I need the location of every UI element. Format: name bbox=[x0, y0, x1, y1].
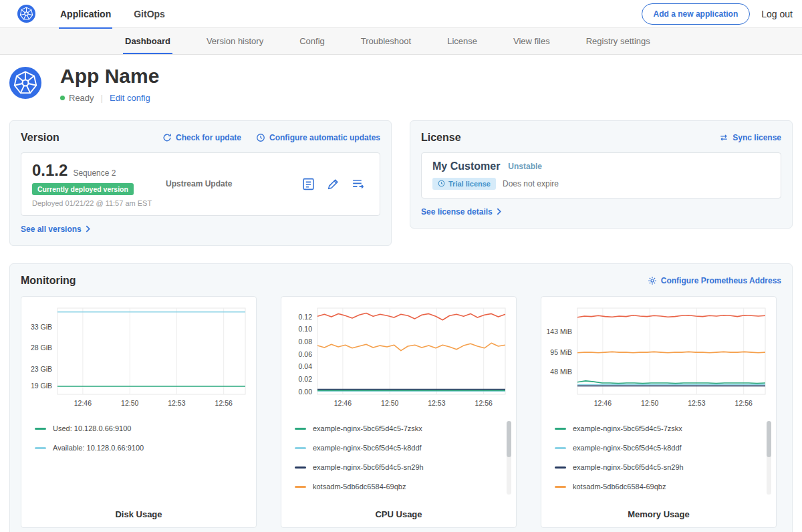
legend-item: kotsadm-5db6dc6584-69qbz bbox=[295, 477, 512, 497]
license-expiry-label: Does not expire bbox=[503, 179, 559, 188]
clock-icon bbox=[438, 180, 445, 187]
legend-label: Available: 10.128.0.66:9100 bbox=[53, 444, 144, 452]
logout-link[interactable]: Log out bbox=[761, 9, 793, 19]
legend-label: kotsadm-5db6dc6584-69qbz bbox=[313, 483, 406, 491]
app-kubernetes-icon bbox=[9, 67, 41, 99]
legend-color-dash-icon bbox=[35, 447, 46, 449]
see-all-versions-label: See all versions bbox=[21, 225, 82, 234]
legend-item: example-nginx-5bc6f5d4c5-sn29h bbox=[295, 458, 512, 477]
svg-text:33 GiB: 33 GiB bbox=[31, 322, 52, 330]
deploy-logs-icon[interactable] bbox=[351, 177, 365, 191]
monitoring-card: Monitoring Configure Prometheus Address … bbox=[9, 263, 793, 532]
cpu-usage-plot: 12:4612:5012:5312:560.120.100.080.060.04… bbox=[285, 303, 512, 410]
svg-text:12:50: 12:50 bbox=[121, 399, 138, 407]
tab-dashboard[interactable]: Dashboard bbox=[107, 28, 188, 54]
release-notes-icon[interactable] bbox=[301, 177, 315, 191]
svg-text:0.04: 0.04 bbox=[299, 362, 313, 370]
sync-license-link[interactable]: Sync license bbox=[719, 133, 781, 142]
version-card: Version Check for update Configure autom… bbox=[9, 120, 392, 246]
deployed-timestamp: Deployed 01/21/22 @ 11:57 am EST bbox=[32, 199, 166, 207]
trial-license-label: Trial license bbox=[448, 180, 491, 188]
tab-license[interactable]: License bbox=[429, 28, 495, 54]
legend-item: example-nginx-5bc6f5d4c5-sn29h bbox=[555, 458, 772, 477]
svg-text:0.10: 0.10 bbox=[299, 325, 313, 333]
svg-text:12:53: 12:53 bbox=[168, 399, 185, 407]
configure-automatic-updates-link[interactable]: Configure automatic updates bbox=[256, 133, 380, 142]
legend-scrollbar-thumb[interactable] bbox=[767, 421, 771, 457]
kots-admin-console: Application GitOps Add a new application… bbox=[0, 0, 802, 532]
memory-usage-legend: example-nginx-5bc6f5d4c5-7zskxexample-ng… bbox=[545, 419, 772, 497]
page-title: App Name bbox=[60, 65, 159, 88]
version-number: 0.1.2 bbox=[32, 161, 68, 180]
legend-item: example-nginx-5bc6f5d4c5-k8ddf bbox=[555, 438, 772, 458]
upstream-update-label: Upstream Update bbox=[166, 179, 301, 188]
legend-scrollbar[interactable] bbox=[507, 421, 511, 495]
chevron-right-icon bbox=[497, 208, 501, 215]
currently-deployed-badge: Currently deployed version bbox=[32, 183, 134, 195]
refresh-icon bbox=[162, 133, 172, 142]
chevron-right-icon bbox=[86, 225, 90, 233]
see-all-versions-link[interactable]: See all versions bbox=[21, 225, 90, 234]
chart-plot-svg: 12:4612:5012:5312:56143 MiB95 MiB48 MiB bbox=[545, 303, 772, 410]
disk-usage-chart: 12:4612:5012:5312:5633 GiB28 GiB23 GiB19… bbox=[21, 296, 257, 528]
svg-text:12:46: 12:46 bbox=[594, 399, 612, 407]
svg-text:28 GiB: 28 GiB bbox=[31, 344, 52, 352]
tab-view-files[interactable]: View files bbox=[495, 28, 568, 54]
license-channel-label: Unstable bbox=[508, 162, 542, 171]
legend-scrollbar[interactable] bbox=[767, 421, 771, 495]
add-new-application-button[interactable]: Add a new application bbox=[642, 3, 751, 25]
disk-usage-legend: Used: 10.128.0.66:9100Available: 10.128.… bbox=[25, 419, 252, 458]
configure-prometheus-label: Configure Prometheus Address bbox=[661, 276, 781, 285]
legend-item: example-nginx-5bc6f5d4c5-7zskx bbox=[295, 419, 512, 438]
sequence-label: Sequence 2 bbox=[73, 168, 116, 178]
edit-config-values-icon[interactable] bbox=[326, 177, 340, 191]
legend-color-dash-icon bbox=[295, 486, 306, 488]
legend-label: example-nginx-5bc6f5d4c5-7zskx bbox=[313, 424, 422, 432]
current-version-panel: 0.1.2 Sequence 2 Currently deployed vers… bbox=[21, 152, 380, 216]
license-card: License Sync license My Customer Unstabl… bbox=[410, 120, 793, 229]
memory-usage-chart: 12:4612:5012:5312:56143 MiB95 MiB48 MiB … bbox=[541, 296, 777, 528]
charts-row: 12:4612:5012:5312:5633 GiB28 GiB23 GiB19… bbox=[21, 296, 781, 528]
legend-label: example-nginx-5bc6f5d4c5-sn29h bbox=[573, 463, 684, 471]
legend-color-dash-icon bbox=[555, 447, 566, 449]
svg-text:12:46: 12:46 bbox=[334, 399, 352, 407]
edit-config-link[interactable]: Edit config bbox=[110, 93, 150, 103]
configure-prometheus-link[interactable]: Configure Prometheus Address bbox=[648, 276, 781, 285]
legend-color-dash-icon bbox=[555, 428, 566, 430]
gear-icon bbox=[648, 276, 657, 285]
tab-registry-settings[interactable]: Registry settings bbox=[568, 28, 668, 54]
legend-color-dash-icon bbox=[555, 467, 566, 469]
customer-name: My Customer bbox=[432, 160, 500, 172]
cards-row: Version Check for update Configure autom… bbox=[0, 120, 802, 246]
legend-item: Available: 10.128.0.66:9100 bbox=[35, 438, 252, 458]
chart-plot-svg: 12:4612:5012:5312:560.120.100.080.060.04… bbox=[285, 303, 512, 410]
clock-refresh-icon bbox=[256, 133, 265, 142]
top-tab-application[interactable]: Application bbox=[59, 0, 112, 28]
svg-text:0.08: 0.08 bbox=[299, 338, 313, 346]
memory-usage-plot: 12:4612:5012:5312:56143 MiB95 MiB48 MiB bbox=[545, 303, 772, 410]
tab-version-history[interactable]: Version history bbox=[188, 28, 281, 54]
monitoring-card-head: Monitoring Configure Prometheus Address bbox=[21, 275, 781, 287]
legend-scrollbar-thumb[interactable] bbox=[507, 421, 511, 457]
license-card-head: License Sync license bbox=[421, 132, 781, 144]
svg-text:95 MiB: 95 MiB bbox=[550, 348, 572, 356]
version-action-icons bbox=[301, 177, 369, 191]
legend-item: kotsadm-5db6dc6584-69qbz bbox=[555, 477, 772, 497]
svg-text:0.02: 0.02 bbox=[299, 375, 313, 383]
svg-text:23 GiB: 23 GiB bbox=[31, 364, 52, 372]
kubernetes-logo-icon[interactable] bbox=[17, 5, 35, 23]
monitoring-title: Monitoring bbox=[21, 275, 76, 287]
see-license-details-link[interactable]: See license details bbox=[421, 207, 501, 217]
legend-color-dash-icon bbox=[555, 486, 566, 488]
legend-label: example-nginx-5bc6f5d4c5-k8ddf bbox=[313, 444, 422, 452]
app-status-row: Ready | Edit config bbox=[60, 93, 159, 103]
svg-text:12:50: 12:50 bbox=[641, 399, 658, 407]
top-tab-gitops[interactable]: GitOps bbox=[132, 0, 166, 28]
tab-troubleshoot[interactable]: Troubleshoot bbox=[343, 28, 429, 54]
app-sub-nav: Dashboard Version history Config Trouble… bbox=[0, 28, 802, 55]
tab-config[interactable]: Config bbox=[281, 28, 343, 54]
check-for-update-link[interactable]: Check for update bbox=[162, 133, 241, 142]
chart-title: Memory Usage bbox=[541, 509, 776, 519]
cpu-usage-chart: 12:4612:5012:5312:560.120.100.080.060.04… bbox=[281, 296, 517, 528]
legend-label: example-nginx-5bc6f5d4c5-sn29h bbox=[313, 463, 424, 471]
